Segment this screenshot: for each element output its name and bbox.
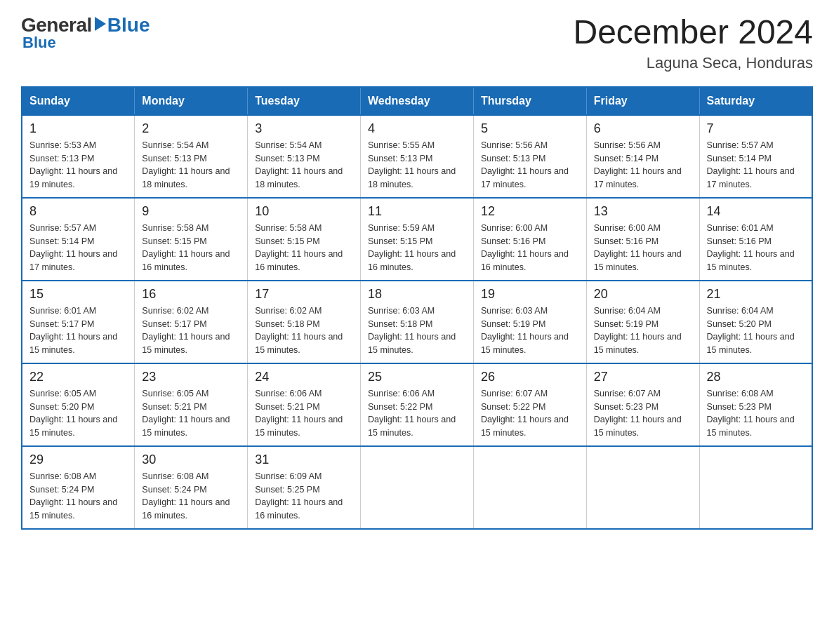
calendar-cell: 18 Sunrise: 6:03 AMSunset: 5:18 PMDaylig… [361, 281, 474, 363]
calendar-cell: 28 Sunrise: 6:08 AMSunset: 5:23 PMDaylig… [699, 363, 812, 446]
day-info: Sunrise: 5:57 AMSunset: 5:14 PMDaylight:… [29, 222, 127, 274]
calendar-cell: 3 Sunrise: 5:54 AMSunset: 5:13 PMDayligh… [248, 115, 361, 198]
month-title: December 2024 [573, 14, 813, 51]
calendar-cell: 1 Sunrise: 5:53 AMSunset: 5:13 PMDayligh… [22, 115, 135, 198]
calendar-cell [473, 446, 586, 529]
week-row-4: 22 Sunrise: 6:05 AMSunset: 5:20 PMDaylig… [22, 363, 812, 446]
day-info: Sunrise: 5:56 AMSunset: 5:14 PMDaylight:… [594, 139, 692, 192]
calendar-cell: 14 Sunrise: 6:01 AMSunset: 5:16 PMDaylig… [699, 198, 812, 281]
calendar-cell: 7 Sunrise: 5:57 AMSunset: 5:14 PMDayligh… [699, 115, 812, 198]
day-number: 27 [594, 370, 692, 384]
header-monday: Monday [135, 87, 248, 115]
day-number: 14 [707, 204, 805, 219]
day-number: 9 [142, 204, 240, 219]
title-area: December 2024 Laguna Seca, Honduras [573, 14, 813, 72]
calendar-cell: 20 Sunrise: 6:04 AMSunset: 5:19 PMDaylig… [586, 281, 699, 363]
day-info: Sunrise: 6:05 AMSunset: 5:21 PMDaylight:… [142, 387, 240, 440]
header-saturday: Saturday [699, 87, 812, 115]
day-info: Sunrise: 6:04 AMSunset: 5:19 PMDaylight:… [594, 304, 692, 357]
day-info: Sunrise: 5:59 AMSunset: 5:15 PMDaylight:… [368, 222, 466, 274]
day-info: Sunrise: 6:03 AMSunset: 5:19 PMDaylight:… [481, 304, 579, 357]
day-info: Sunrise: 6:02 AMSunset: 5:18 PMDaylight:… [255, 304, 353, 357]
day-info: Sunrise: 6:06 AMSunset: 5:22 PMDaylight:… [368, 387, 466, 440]
day-info: Sunrise: 5:53 AMSunset: 5:13 PMDaylight:… [29, 139, 127, 192]
calendar-cell: 16 Sunrise: 6:02 AMSunset: 5:17 PMDaylig… [135, 281, 248, 363]
day-info: Sunrise: 5:58 AMSunset: 5:15 PMDaylight:… [255, 222, 353, 274]
day-number: 11 [368, 204, 466, 219]
calendar-cell: 8 Sunrise: 5:57 AMSunset: 5:14 PMDayligh… [22, 198, 135, 281]
calendar-cell: 15 Sunrise: 6:01 AMSunset: 5:17 PMDaylig… [22, 281, 135, 363]
header-tuesday: Tuesday [248, 87, 361, 115]
day-number: 21 [707, 287, 805, 302]
day-info: Sunrise: 6:01 AMSunset: 5:17 PMDaylight:… [29, 304, 127, 357]
day-info: Sunrise: 6:05 AMSunset: 5:20 PMDaylight:… [29, 387, 127, 440]
day-number: 10 [255, 204, 353, 219]
calendar-cell: 12 Sunrise: 6:00 AMSunset: 5:16 PMDaylig… [473, 198, 586, 281]
day-info: Sunrise: 5:55 AMSunset: 5:13 PMDaylight:… [368, 139, 466, 192]
day-number: 24 [255, 370, 353, 384]
calendar-cell: 4 Sunrise: 5:55 AMSunset: 5:13 PMDayligh… [361, 115, 474, 198]
calendar-cell: 6 Sunrise: 5:56 AMSunset: 5:14 PMDayligh… [586, 115, 699, 198]
day-number: 20 [594, 287, 692, 302]
day-info: Sunrise: 6:07 AMSunset: 5:22 PMDaylight:… [481, 387, 579, 440]
day-number: 7 [707, 121, 805, 136]
week-row-1: 1 Sunrise: 5:53 AMSunset: 5:13 PMDayligh… [22, 115, 812, 198]
day-number: 31 [255, 452, 353, 467]
calendar-header-row: SundayMondayTuesdayWednesdayThursdayFrid… [22, 87, 812, 115]
calendar-cell: 27 Sunrise: 6:07 AMSunset: 5:23 PMDaylig… [586, 363, 699, 446]
day-info: Sunrise: 6:02 AMSunset: 5:17 PMDaylight:… [142, 304, 240, 357]
header-sunday: Sunday [22, 87, 135, 115]
day-number: 19 [481, 287, 579, 302]
day-number: 30 [142, 452, 240, 467]
calendar-cell: 31 Sunrise: 6:09 AMSunset: 5:25 PMDaylig… [248, 446, 361, 529]
day-info: Sunrise: 6:00 AMSunset: 5:16 PMDaylight:… [594, 222, 692, 274]
location: Laguna Seca, Honduras [573, 54, 813, 72]
logo: General Blue Blue [21, 14, 150, 52]
day-info: Sunrise: 6:00 AMSunset: 5:16 PMDaylight:… [481, 222, 579, 274]
calendar-cell [361, 446, 474, 529]
day-info: Sunrise: 6:07 AMSunset: 5:23 PMDaylight:… [594, 387, 692, 440]
logo-subtitle: Blue [22, 34, 56, 52]
day-number: 17 [255, 287, 353, 302]
calendar-cell: 2 Sunrise: 5:54 AMSunset: 5:13 PMDayligh… [135, 115, 248, 198]
day-info: Sunrise: 6:08 AMSunset: 5:23 PMDaylight:… [707, 387, 805, 440]
calendar-cell: 9 Sunrise: 5:58 AMSunset: 5:15 PMDayligh… [135, 198, 248, 281]
day-number: 23 [142, 370, 240, 384]
day-info: Sunrise: 6:04 AMSunset: 5:20 PMDaylight:… [707, 304, 805, 357]
calendar-table: SundayMondayTuesdayWednesdayThursdayFrid… [21, 86, 813, 530]
page-header: General Blue Blue December 2024 Laguna S… [21, 14, 813, 72]
day-number: 28 [707, 370, 805, 384]
calendar-cell: 21 Sunrise: 6:04 AMSunset: 5:20 PMDaylig… [699, 281, 812, 363]
calendar-cell: 17 Sunrise: 6:02 AMSunset: 5:18 PMDaylig… [248, 281, 361, 363]
day-info: Sunrise: 6:08 AMSunset: 5:24 PMDaylight:… [29, 470, 127, 523]
day-info: Sunrise: 5:58 AMSunset: 5:15 PMDaylight:… [142, 222, 240, 274]
header-thursday: Thursday [473, 87, 586, 115]
calendar-cell: 5 Sunrise: 5:56 AMSunset: 5:13 PMDayligh… [473, 115, 586, 198]
logo-blue-text: Blue [107, 14, 150, 36]
day-number: 2 [142, 121, 240, 136]
week-row-3: 15 Sunrise: 6:01 AMSunset: 5:17 PMDaylig… [22, 281, 812, 363]
day-info: Sunrise: 5:54 AMSunset: 5:13 PMDaylight:… [142, 139, 240, 192]
calendar-cell [586, 446, 699, 529]
day-number: 15 [29, 287, 127, 302]
day-info: Sunrise: 6:03 AMSunset: 5:18 PMDaylight:… [368, 304, 466, 357]
day-number: 8 [29, 204, 127, 219]
day-number: 12 [481, 204, 579, 219]
day-info: Sunrise: 5:56 AMSunset: 5:13 PMDaylight:… [481, 139, 579, 192]
calendar-cell: 23 Sunrise: 6:05 AMSunset: 5:21 PMDaylig… [135, 363, 248, 446]
day-info: Sunrise: 5:54 AMSunset: 5:13 PMDaylight:… [255, 139, 353, 192]
calendar-cell: 19 Sunrise: 6:03 AMSunset: 5:19 PMDaylig… [473, 281, 586, 363]
day-number: 18 [368, 287, 466, 302]
calendar-cell [699, 446, 812, 529]
calendar-cell: 30 Sunrise: 6:08 AMSunset: 5:24 PMDaylig… [135, 446, 248, 529]
week-row-5: 29 Sunrise: 6:08 AMSunset: 5:24 PMDaylig… [22, 446, 812, 529]
calendar-cell: 26 Sunrise: 6:07 AMSunset: 5:22 PMDaylig… [473, 363, 586, 446]
logo-triangle-icon [95, 17, 106, 31]
day-info: Sunrise: 5:57 AMSunset: 5:14 PMDaylight:… [707, 139, 805, 192]
calendar-cell: 29 Sunrise: 6:08 AMSunset: 5:24 PMDaylig… [22, 446, 135, 529]
day-info: Sunrise: 6:01 AMSunset: 5:16 PMDaylight:… [707, 222, 805, 274]
week-row-2: 8 Sunrise: 5:57 AMSunset: 5:14 PMDayligh… [22, 198, 812, 281]
day-number: 13 [594, 204, 692, 219]
header-friday: Friday [586, 87, 699, 115]
day-number: 29 [29, 452, 127, 467]
